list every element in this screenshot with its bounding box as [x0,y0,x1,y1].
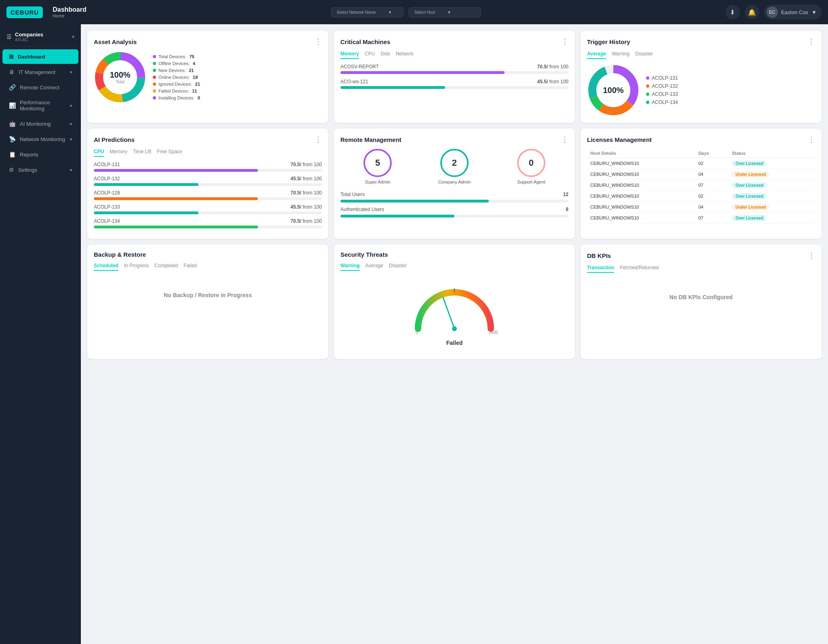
backup-tabs: Scheduled In Progress Completed Failed [94,263,322,271]
download-button[interactable]: ⬇ [725,5,740,19]
ai-predictions-title: AI Predictions [94,136,315,143]
tab-disk[interactable]: Disk [380,51,390,59]
remote-management-card: Remote Management ⋮ 5 Super Admin 2 Comp… [334,129,575,239]
sidebar-item-ai-monitoring[interactable]: 🤖 AI Monitoring ▾ [2,116,78,131]
donut-label: Total [110,80,130,84]
status-badge: Under Licensed [732,204,769,210]
network-monitoring-icon: 📡 [9,136,16,142]
rm-circles: 5 Super Admin 2 Company Admin 0 Support … [340,149,568,184]
legend-total-devices: Total Devices: 75 [153,54,200,59]
status-badge: Over Licensed [732,215,767,221]
sidebar-item-remote-connect[interactable]: 🔗 Remote Connect [2,80,78,95]
tab-ai-freespace[interactable]: Free Space [157,149,182,157]
tab-fetched-returned[interactable]: Fetched/Returned [620,265,659,273]
tab-warning[interactable]: Warning [612,51,629,59]
svg-text:0: 0 [416,330,418,335]
asset-analysis-title: Asset Analysis [94,38,315,45]
status-badge: Over Licensed [732,160,767,167]
tab-ai-memory[interactable]: Memory [110,149,127,157]
critical-machines-title: Critical Machines [340,38,561,45]
select-network-dropdown[interactable]: Select Network Name ▼ [331,7,403,17]
ai-predictions-card: AI Predictions ⋮ CPU Memory Time Lift Fr… [87,129,328,239]
row-3: Backup & Restore Scheduled In Progress C… [87,245,822,359]
security-gauge: 0 2500 Failed [340,276,568,353]
licenses-table-scroll[interactable]: Host Details Days Status CEBURU_WINDOWS1… [587,149,815,224]
tab-disaster[interactable]: Disaster [389,263,407,271]
backup-empty-message: No Backup / Restore in Progress [94,276,322,315]
row-2: AI Predictions ⋮ CPU Memory Time Lift Fr… [87,129,822,239]
svg-text:2500: 2500 [489,330,498,335]
col-days: Days [695,149,729,158]
ai-predictions-tabs: CPU Memory Time Lift Free Space [94,149,322,157]
ai-monitoring-icon: 🤖 [9,120,16,127]
col-status: Status [729,149,815,158]
trigger-history-title: Trigger History [587,38,808,45]
asset-analysis-card: Asset Analysis ⋮ [87,31,328,123]
tab-warning[interactable]: Warning [340,263,360,271]
licenses-table: Host Details Days Status CEBURU_WINDOWS1… [587,149,815,224]
chevron-down-icon: ▼ [811,9,817,15]
sidebar-item-it-management[interactable]: 🖥 IT Management ▾ [2,65,78,79]
sidebar-item-reports[interactable]: 📋 Reports [2,147,78,162]
asset-donut: 100% Total [94,51,146,103]
trigger-content: 100% ACOLP-131 ACOLP-132 [587,64,815,116]
tab-memory[interactable]: Memory [340,51,359,59]
asset-legend: Total Devices: 75 Offline Devices: 4 New… [153,54,200,100]
licenses-management-menu[interactable]: ⋮ [808,135,815,144]
ai-predictions-menu[interactable]: ⋮ [315,135,322,144]
performance-icon: 📊 [9,102,16,109]
remote-management-menu[interactable]: ⋮ [561,135,568,144]
critical-machines-menu[interactable]: ⋮ [561,37,568,46]
table-row: CEBURU_WINDOWS10 02 Over Licensed [587,158,815,169]
navbar-right: ⬇ 🔔 EC Easton Cox ▼ [725,5,822,19]
table-row: CEBURU_WINDOWS10 04 Under Licensed [587,169,815,180]
tab-ai-cpu[interactable]: CPU [94,149,104,157]
db-kpis-menu[interactable]: ⋮ [808,251,815,260]
select-host-dropdown[interactable]: Select Host ▼ [408,7,481,17]
db-kpis-title: DB KPIs [587,252,808,259]
security-threats-card: Security Threats Warning Average Disaste… [334,245,575,359]
tab-scheduled[interactable]: Scheduled [94,263,118,271]
tab-in-progress[interactable]: In Progress [124,263,149,271]
trigger-history-tabs: Average Warning Disaster [587,51,815,59]
tab-ai-timelift[interactable]: Time Lift [133,149,152,157]
nav-title: Dashboard Home [53,6,87,18]
status-badge: Over Licensed [732,193,767,199]
asset-analysis-menu[interactable]: ⋮ [315,37,322,46]
sidebar-company[interactable]: ☰ Companies AFLAC ▾ [0,27,81,46]
tab-network[interactable]: Network [396,51,414,59]
navbar: CEBURU Dashboard Home Select Network Nam… [0,0,828,24]
table-row: CEBURU_WINDOWS10 07 Over Licensed [587,180,815,191]
table-row: CEBURU_WINDOWS10 07 Over Licensed [587,213,815,224]
tab-transaction[interactable]: Transaction [587,265,614,273]
tab-average[interactable]: Average [365,263,383,271]
ai-prog-1: ACOLP-13170.5/ from 100 [94,162,322,172]
ai-prog-2: ACOLP-13245.5/ from 100 [94,176,322,186]
tab-cpu[interactable]: CPU [365,51,375,59]
sidebar-item-performance-monitoring[interactable]: 📊 Performance Monitoring ▾ [2,95,78,116]
sidebar-item-network-monitoring[interactable]: 📡 Network Monitoring ▾ [2,132,78,146]
chevron-down-icon: ▾ [70,137,72,141]
notification-button[interactable]: 🔔 [745,5,759,19]
trigger-history-menu[interactable]: ⋮ [808,37,815,46]
col-host-details: Host Details [587,149,695,158]
dashboard-icon: ⊞ [9,53,14,60]
critical-machines-tabs: Memory CPU Disk Network [340,51,568,59]
tab-disaster[interactable]: Disaster [635,51,653,59]
sidebar-item-dashboard[interactable]: ⊞ Dashboard [2,49,78,64]
rm-super-admin: 5 Super Admin [363,149,392,184]
asset-analysis-content: 100% Total Total Devices: 75 Offline Dev [94,51,322,103]
table-row: CEBURU_WINDOWS10 04 Under Licensed [587,202,815,213]
tab-failed[interactable]: Failed [184,263,197,271]
remote-management-title: Remote Management [340,136,561,143]
tab-completed[interactable]: Completed [154,263,178,271]
rm-support-agent: 0 Support Agent [517,149,545,184]
cm-row-2: ACO-ws-121 45.5/ from 100 [340,79,568,89]
donut-percent: 100% [110,70,130,80]
legend-online-devices: Online Devices: 18 [153,75,200,80]
sidebar-item-settings[interactable]: ⚙ Settings ▾ [2,163,78,177]
tab-average[interactable]: Average [587,51,606,59]
db-kpis-empty-message: No DB KPIs Configured [587,278,815,317]
user-menu[interactable]: EC Easton Cox ▼ [764,5,822,19]
ai-prog-5: ACOLP-13470.5/ from 100 [94,218,322,228]
